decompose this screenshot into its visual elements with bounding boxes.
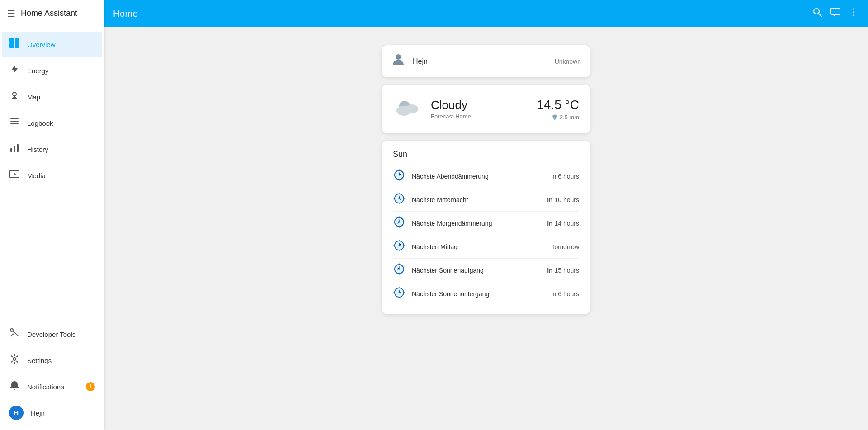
sidebar-header: ☰ Home Assistant — [0, 0, 104, 27]
svg-rect-2 — [9, 43, 14, 48]
overview-icon — [9, 38, 20, 51]
media-icon — [9, 169, 20, 182]
search-icon[interactable] — [812, 7, 823, 20]
sun-row-3[interactable]: Nächsten Mittag Tomorrow — [393, 235, 579, 259]
settings-icon — [9, 354, 20, 367]
sidebar-item-label-user: Hejn — [31, 409, 45, 417]
svg-rect-8 — [10, 123, 19, 124]
sidebar-item-user[interactable]: H Hejn — [2, 400, 102, 425]
sidebar-item-media[interactable]: Media — [2, 163, 102, 188]
app-title: Home Assistant — [21, 9, 77, 18]
sidebar-item-label-energy: Energy — [27, 67, 49, 75]
svg-rect-7 — [10, 121, 19, 122]
sun-row-label-4: Nächster Sonnenaufgang — [412, 267, 541, 274]
sidebar-item-overview[interactable]: Overview — [2, 32, 102, 57]
svg-rect-3 — [15, 43, 19, 48]
sun-row-5[interactable]: Nächster Sonnenuntergang In 6 hours — [393, 282, 579, 305]
sun-row-label-0: Nächste Abenddämmerung — [412, 173, 545, 180]
svg-point-22 — [853, 12, 854, 13]
logbook-icon — [9, 117, 20, 129]
sun-row-icon-3 — [393, 240, 406, 254]
sidebar-item-energy[interactable]: Energy — [2, 58, 102, 83]
sidebar-item-label-map: Map — [27, 93, 40, 101]
svg-point-31 — [399, 175, 400, 176]
page-title: Home — [113, 9, 138, 19]
sidebar-item-history[interactable]: History — [2, 137, 102, 162]
sun-card: Sun Nächste Abenddämmerung In 6 hours Nä… — [382, 141, 590, 314]
weather-info: Cloudy Forecast Home — [431, 98, 528, 120]
svg-rect-11 — [17, 144, 19, 152]
person-name: Hejn — [413, 57, 547, 66]
sidebar-nav: Overview Energy Map Logbook — [0, 27, 104, 317]
weather-location: Forecast Home — [431, 113, 528, 120]
sun-card-title: Sun — [393, 150, 579, 159]
weather-temperature: 14.5 °C — [537, 98, 579, 112]
sun-row-icon-2 — [393, 216, 406, 230]
cloudy-icon — [393, 94, 422, 123]
svg-line-16 — [13, 331, 18, 336]
svg-rect-10 — [14, 146, 15, 152]
sun-row-value-2: In 14 hours — [547, 220, 579, 227]
sidebar-item-logbook[interactable]: Logbook — [2, 110, 102, 136]
svg-line-14 — [11, 334, 14, 336]
weather-temp-wrap: 14.5 °C 2.5 mm — [537, 98, 579, 121]
sun-clock-icon-0 — [393, 169, 405, 181]
svg-rect-0 — [9, 38, 14, 43]
sun-row-value-1: In 10 hours — [547, 196, 579, 203]
avatar: H — [9, 406, 24, 420]
svg-line-19 — [819, 14, 822, 17]
content-area: Hejn Unknown Cloudy Forecast Home — [104, 27, 868, 430]
sun-row-value-3: Tomorrow — [552, 243, 579, 250]
weather-rain: 2.5 mm — [537, 114, 579, 121]
sun-row-icon-4 — [393, 263, 406, 277]
sidebar: ☰ Home Assistant Overview Energy Map — [0, 0, 104, 430]
svg-rect-9 — [10, 148, 12, 152]
svg-point-27 — [396, 106, 411, 116]
weather-card[interactable]: Cloudy Forecast Home 14.5 °C 2.5 mm — [382, 85, 590, 133]
sun-row-icon-1 — [393, 193, 406, 207]
rain-icon — [552, 114, 558, 120]
sun-row-icon-0 — [393, 169, 406, 183]
main-area: Home Hejn Unknown — [104, 0, 868, 430]
svg-point-23 — [853, 15, 854, 16]
sun-row-value-5: In 6 hours — [551, 290, 579, 298]
topbar-actions — [812, 7, 859, 20]
sidebar-item-label-developer-tools: Developer Tools — [27, 331, 75, 338]
sun-row-value-0: In 6 hours — [551, 173, 579, 180]
svg-rect-20 — [831, 8, 840, 14]
sidebar-item-label-settings: Settings — [27, 357, 52, 364]
hamburger-icon[interactable]: ☰ — [7, 8, 15, 19]
sidebar-item-notifications[interactable]: Notifications 1 — [2, 374, 102, 399]
sun-row-label-3: Nächsten Mittag — [412, 243, 545, 250]
sun-row-value-4: In 15 hours — [547, 267, 579, 274]
sun-row-1[interactable]: Nächste Mitternacht In 10 hours — [393, 188, 579, 212]
svg-point-46 — [399, 292, 400, 293]
sun-row-4[interactable]: Nächster Sonnenaufgang In 15 hours — [393, 259, 579, 282]
person-card[interactable]: Hejn Unknown — [382, 45, 590, 77]
svg-point-43 — [399, 269, 400, 270]
svg-rect-6 — [10, 118, 19, 119]
svg-rect-1 — [15, 38, 19, 43]
sidebar-item-label-logbook: Logbook — [27, 119, 53, 127]
svg-marker-4 — [11, 65, 18, 74]
more-icon[interactable] — [848, 7, 859, 20]
svg-point-40 — [399, 245, 400, 246]
svg-point-28 — [552, 115, 557, 118]
sun-row-label-2: Nächste Morgendämmerung — [412, 220, 541, 227]
person-icon — [391, 52, 406, 70]
sidebar-item-label-history: History — [27, 146, 48, 153]
weather-icon-wrap — [393, 94, 422, 124]
notifications-icon — [9, 380, 20, 393]
rain-amount: 2.5 mm — [560, 114, 579, 121]
sidebar-item-developer-tools[interactable]: Developer Tools — [2, 321, 102, 347]
sun-row-0[interactable]: Nächste Abenddämmerung In 6 hours — [393, 165, 579, 188]
chat-icon[interactable] — [830, 7, 841, 20]
sidebar-item-settings[interactable]: Settings — [2, 348, 102, 373]
sidebar-item-map[interactable]: Map — [2, 84, 102, 109]
sun-row-2[interactable]: Nächste Morgendämmerung In 14 hours — [393, 212, 579, 235]
developer-tools-icon — [9, 328, 20, 340]
energy-icon — [9, 64, 20, 77]
svg-point-17 — [13, 358, 16, 360]
svg-point-34 — [399, 198, 400, 199]
svg-point-24 — [396, 54, 401, 60]
